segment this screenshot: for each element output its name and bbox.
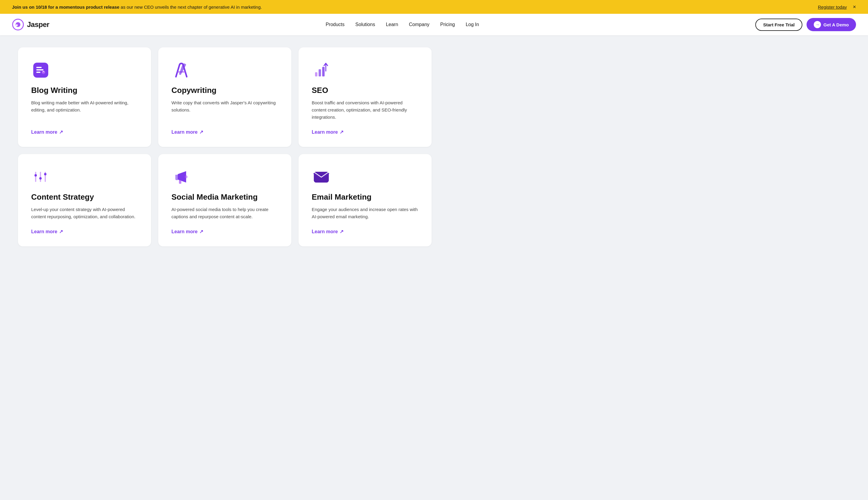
content-strategy-link-label: Learn more <box>31 229 57 235</box>
cards-grid: Blog Writing Blog writing made better wi… <box>18 47 432 247</box>
copywriting-description: Write copy that converts with Jasper's A… <box>171 99 278 121</box>
card-seo: SEO Boost traffic and conversions with A… <box>298 47 432 147</box>
email-marketing-arrow-icon: ↗ <box>340 229 343 235</box>
content-strategy-title: Content Strategy <box>31 192 138 202</box>
copywriting-link-label: Learn more <box>171 129 197 135</box>
copywriting-icon <box>171 60 191 80</box>
nav-login[interactable]: Log In <box>466 22 479 27</box>
copywriting-arrow-icon: ↗ <box>199 129 203 135</box>
svg-rect-5 <box>36 69 44 70</box>
email-marketing-link[interactable]: Learn more ↗ <box>312 229 419 235</box>
copywriting-link[interactable]: Learn more ↗ <box>171 129 278 135</box>
social-media-arrow-icon: ↗ <box>199 229 203 235</box>
seo-icon <box>312 60 331 80</box>
content-strategy-icon <box>31 167 50 186</box>
svg-rect-10 <box>322 67 324 77</box>
demo-arrow-icon: → <box>814 21 821 28</box>
blog-writing-icon <box>31 60 50 80</box>
demo-label: Get A Demo <box>823 22 849 27</box>
nav-learn[interactable]: Learn <box>386 22 398 27</box>
logo-text: Jasper <box>27 20 49 29</box>
content-strategy-link[interactable]: Learn more ↗ <box>31 229 138 235</box>
banner-right: Register today × <box>818 4 856 10</box>
email-marketing-link-label: Learn more <box>312 229 338 235</box>
social-media-icon <box>171 167 191 186</box>
get-demo-button[interactable]: → Get A Demo <box>807 18 856 31</box>
main-content: Blog Writing Blog writing made better wi… <box>0 35 868 258</box>
card-copywriting: Copywriting Write copy that converts wit… <box>158 47 291 147</box>
svg-rect-11 <box>35 172 36 182</box>
content-strategy-arrow-icon: ↗ <box>59 229 63 235</box>
content-strategy-description: Level-up your content strategy with AI-p… <box>31 206 138 220</box>
seo-arrow-icon: ↗ <box>340 129 343 135</box>
blog-writing-link[interactable]: Learn more ↗ <box>31 129 138 135</box>
svg-point-17 <box>185 175 187 178</box>
seo-title: SEO <box>312 86 419 95</box>
card-email-marketing: Email Marketing Engage your audiences an… <box>298 154 432 247</box>
svg-rect-16 <box>44 173 46 175</box>
email-marketing-description: Engage your audiences and increase open … <box>312 206 419 220</box>
card-social-media: Social Media Marketing AI-powered social… <box>158 154 291 247</box>
svg-rect-14 <box>39 177 42 180</box>
seo-link-label: Learn more <box>312 129 338 135</box>
svg-rect-13 <box>40 172 41 182</box>
email-marketing-icon <box>312 167 331 186</box>
nav-products[interactable]: Products <box>326 22 344 27</box>
seo-link[interactable]: Learn more ↗ <box>312 129 419 135</box>
svg-point-2 <box>16 24 18 26</box>
nav-solutions[interactable]: Solutions <box>355 22 375 27</box>
navbar-nav: Products Solutions Learn Company Pricing… <box>326 22 479 27</box>
banner-text: Join us on 10/18 for a momentous product… <box>12 4 262 10</box>
card-blog-writing: Blog Writing Blog writing made better wi… <box>18 47 151 147</box>
banner-register-button[interactable]: Register today <box>818 4 847 10</box>
copywriting-title: Copywriting <box>171 86 278 95</box>
svg-point-7 <box>42 70 45 74</box>
announcement-banner: Join us on 10/18 for a momentous product… <box>0 0 868 14</box>
blog-writing-description: Blog writing made better with AI-powered… <box>31 99 138 121</box>
svg-rect-12 <box>34 174 37 177</box>
blog-writing-link-label: Learn more <box>31 129 57 135</box>
start-trial-button[interactable]: Start Free Trial <box>755 19 802 31</box>
banner-bold-text: Join us on 10/18 for a momentous product… <box>12 4 119 10</box>
blog-writing-arrow-icon: ↗ <box>59 129 63 135</box>
social-media-title: Social Media Marketing <box>171 192 278 202</box>
logo[interactable]: Jasper <box>12 19 49 31</box>
svg-rect-6 <box>36 72 41 73</box>
social-media-description: AI-powered social media tools to help yo… <box>171 206 278 220</box>
banner-rest-text: as our new CEO unveils the next chapter … <box>119 4 262 10</box>
nav-pricing[interactable]: Pricing <box>440 22 455 27</box>
blog-writing-title: Blog Writing <box>31 86 138 95</box>
svg-rect-8 <box>315 72 317 77</box>
nav-company[interactable]: Company <box>409 22 429 27</box>
social-media-link[interactable]: Learn more ↗ <box>171 229 278 235</box>
seo-description: Boost traffic and conversions with AI-po… <box>312 99 419 121</box>
navbar: Jasper Products Solutions Learn Company … <box>0 14 868 35</box>
card-content-strategy: Content Strategy Level-up your content s… <box>18 154 151 247</box>
logo-icon <box>12 19 24 31</box>
svg-rect-9 <box>319 69 321 77</box>
svg-rect-4 <box>36 67 42 68</box>
banner-close-button[interactable]: × <box>853 4 856 10</box>
email-marketing-title: Email Marketing <box>312 192 419 202</box>
navbar-actions: Start Free Trial → Get A Demo <box>755 18 856 31</box>
social-media-link-label: Learn more <box>171 229 197 235</box>
